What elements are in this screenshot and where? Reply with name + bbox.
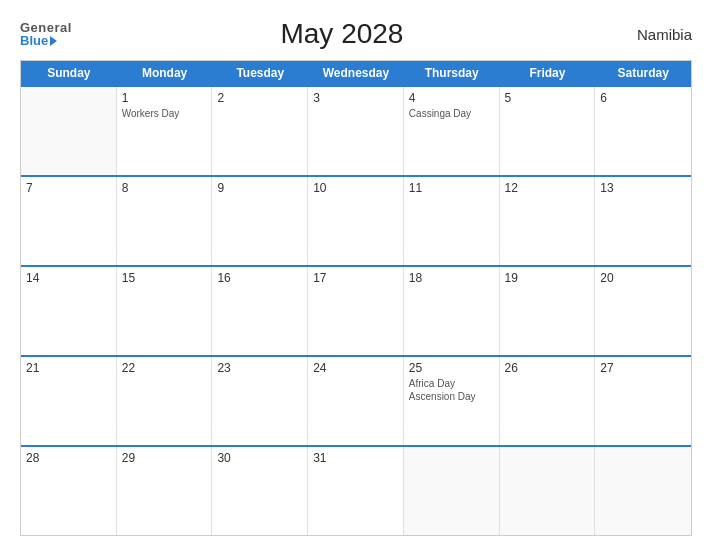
calendar-cell: 14 [21, 267, 117, 355]
calendar-cell: 11 [404, 177, 500, 265]
calendar-cell: 13 [595, 177, 691, 265]
calendar-grid: SundayMondayTuesdayWednesdayThursdayFrid… [20, 60, 692, 536]
day-number: 17 [313, 271, 398, 285]
day-number: 16 [217, 271, 302, 285]
header: General Blue May 2028 Namibia [20, 18, 692, 50]
day-number: 2 [217, 91, 302, 105]
calendar-title: May 2028 [72, 18, 612, 50]
calendar-cell: 21 [21, 357, 117, 445]
calendar-row-4: 2122232425Africa DayAscension Day2627 [21, 355, 691, 445]
calendar-cell: 24 [308, 357, 404, 445]
calendar-cell: 20 [595, 267, 691, 355]
calendar-row-2: 78910111213 [21, 175, 691, 265]
calendar-event: Workers Day [122, 107, 207, 120]
calendar-cell: 26 [500, 357, 596, 445]
day-number: 14 [26, 271, 111, 285]
calendar-cell: 1Workers Day [117, 87, 213, 175]
calendar-header-row: SundayMondayTuesdayWednesdayThursdayFrid… [21, 61, 691, 85]
day-number: 7 [26, 181, 111, 195]
logo-blue-text: Blue [20, 34, 72, 47]
day-number: 28 [26, 451, 111, 465]
country-label: Namibia [612, 26, 692, 43]
day-number: 12 [505, 181, 590, 195]
day-number: 4 [409, 91, 494, 105]
day-number: 1 [122, 91, 207, 105]
calendar-cell: 16 [212, 267, 308, 355]
calendar-cell: 19 [500, 267, 596, 355]
calendar-cell: 31 [308, 447, 404, 535]
calendar-event: Ascension Day [409, 390, 494, 403]
weekday-header-saturday: Saturday [595, 61, 691, 85]
weekday-header-sunday: Sunday [21, 61, 117, 85]
day-number: 5 [505, 91, 590, 105]
day-number: 21 [26, 361, 111, 375]
day-number: 15 [122, 271, 207, 285]
day-number: 19 [505, 271, 590, 285]
calendar-cell: 22 [117, 357, 213, 445]
day-number: 31 [313, 451, 398, 465]
day-number: 11 [409, 181, 494, 195]
weekday-header-monday: Monday [117, 61, 213, 85]
calendar-cell: 4Cassinga Day [404, 87, 500, 175]
day-number: 23 [217, 361, 302, 375]
day-number: 8 [122, 181, 207, 195]
calendar-row-1: 1Workers Day234Cassinga Day56 [21, 85, 691, 175]
day-number: 13 [600, 181, 686, 195]
calendar-cell: 17 [308, 267, 404, 355]
calendar-cell: 3 [308, 87, 404, 175]
logo-triangle-icon [50, 36, 57, 46]
day-number: 30 [217, 451, 302, 465]
calendar-cell: 30 [212, 447, 308, 535]
day-number: 3 [313, 91, 398, 105]
day-number: 10 [313, 181, 398, 195]
calendar-cell [21, 87, 117, 175]
calendar-cell: 7 [21, 177, 117, 265]
day-number: 20 [600, 271, 686, 285]
day-number: 22 [122, 361, 207, 375]
calendar-cell [595, 447, 691, 535]
calendar-cell: 2 [212, 87, 308, 175]
calendar-cell [404, 447, 500, 535]
calendar-cell: 15 [117, 267, 213, 355]
calendar-cell: 6 [595, 87, 691, 175]
calendar-cell: 5 [500, 87, 596, 175]
calendar-row-3: 14151617181920 [21, 265, 691, 355]
calendar-cell: 8 [117, 177, 213, 265]
calendar-body: 1Workers Day234Cassinga Day5678910111213… [21, 85, 691, 535]
calendar-cell: 23 [212, 357, 308, 445]
calendar-cell [500, 447, 596, 535]
weekday-header-friday: Friday [500, 61, 596, 85]
calendar-event: Cassinga Day [409, 107, 494, 120]
calendar-cell: 25Africa DayAscension Day [404, 357, 500, 445]
day-number: 29 [122, 451, 207, 465]
weekday-header-thursday: Thursday [404, 61, 500, 85]
calendar-cell: 29 [117, 447, 213, 535]
calendar-cell: 10 [308, 177, 404, 265]
calendar-cell: 9 [212, 177, 308, 265]
calendar-cell: 27 [595, 357, 691, 445]
calendar-event: Africa Day [409, 377, 494, 390]
day-number: 26 [505, 361, 590, 375]
day-number: 25 [409, 361, 494, 375]
weekday-header-wednesday: Wednesday [308, 61, 404, 85]
day-number: 6 [600, 91, 686, 105]
calendar-row-5: 28293031 [21, 445, 691, 535]
calendar-cell: 12 [500, 177, 596, 265]
logo: General Blue [20, 21, 72, 47]
weekday-header-tuesday: Tuesday [212, 61, 308, 85]
calendar-page: General Blue May 2028 Namibia SundayMond… [0, 0, 712, 550]
calendar-cell: 28 [21, 447, 117, 535]
day-number: 27 [600, 361, 686, 375]
day-number: 24 [313, 361, 398, 375]
day-number: 18 [409, 271, 494, 285]
day-number: 9 [217, 181, 302, 195]
calendar-cell: 18 [404, 267, 500, 355]
